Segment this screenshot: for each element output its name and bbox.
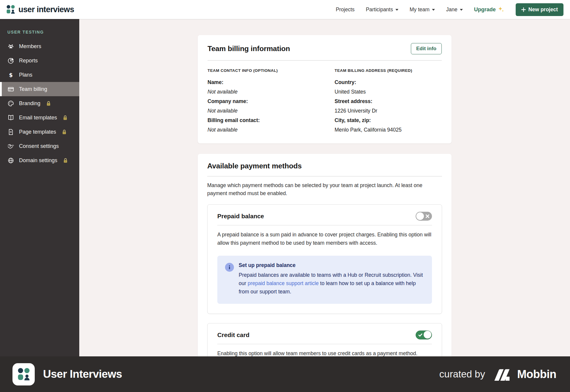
prepaid-balance-card: Prepaid balance A prepaid balance is a s… (207, 204, 442, 314)
members-icon (7, 43, 14, 50)
book-icon (7, 114, 14, 121)
credit-card-toggle[interactable] (416, 331, 432, 339)
payment-methods-card: Available payment methods Manage which p… (198, 154, 452, 356)
plus-icon (521, 7, 526, 12)
page-icon (7, 129, 14, 135)
prepaid-balance-toggle[interactable] (416, 212, 432, 221)
edit-info-button[interactable]: Edit info (411, 43, 442, 54)
divider (217, 344, 432, 344)
team-billing-info-card: Team billing information Edit info TEAM … (198, 35, 452, 143)
field-label: Name: (208, 78, 335, 87)
mobbin-label: Mobbin (517, 368, 556, 381)
sidebar-item-branding[interactable]: Branding (0, 96, 79, 110)
field-value: Not available (208, 87, 335, 97)
field-label: Country: (335, 78, 442, 87)
brand[interactable]: user interviews (6, 5, 74, 14)
dollar-icon: $ (7, 72, 14, 78)
info-icon (225, 263, 234, 272)
mobbin-logo-icon (494, 368, 512, 381)
top-navbar: user interviews Projects Participants My… (0, 0, 570, 19)
handshake-icon (7, 143, 14, 150)
sidebar-item-email-templates[interactable]: Email templates (0, 110, 79, 125)
chevron-down-icon (460, 9, 463, 11)
team-contact-info-column: TEAM CONTACT INFO (OPTIONAL) Name: Not a… (208, 68, 335, 135)
toggle-knob (424, 331, 431, 339)
svg-text:$: $ (9, 72, 13, 78)
field-label: Billing email contact: (208, 116, 335, 125)
chevron-down-icon (432, 9, 435, 11)
sidebar-item-team-billing[interactable]: Team billing (0, 82, 79, 96)
field-label: City, state, zip: (335, 116, 442, 125)
prepaid-info-callout: Set up prepaid balance Prepaid balances … (217, 256, 432, 304)
main-content: Team billing information Edit info TEAM … (79, 19, 570, 356)
toggle-knob (416, 212, 424, 220)
billing-address-heading: TEAM BILLING ADDRESS (REQUIRED) (335, 68, 442, 73)
field-value: United States (335, 87, 442, 97)
chevron-down-icon (395, 9, 398, 11)
palette-icon (7, 100, 14, 107)
sidebar-item-members[interactable]: Members (0, 39, 79, 53)
brand-name: user interviews (18, 5, 74, 14)
footer-brand: User Interviews (12, 363, 122, 385)
prepaid-balance-description: A prepaid balance is a sum paid in advan… (217, 231, 432, 247)
lock-icon (61, 129, 67, 135)
top-nav-links: Projects Participants My team Jane Upgra… (336, 3, 563, 16)
nav-user-menu[interactable]: Jane (446, 7, 463, 13)
new-project-button[interactable]: New project (516, 3, 563, 16)
nav-projects[interactable]: Projects (336, 7, 354, 13)
sparkles-icon (498, 6, 504, 13)
curated-by-label: curated by (439, 369, 485, 380)
sidebar-item-domain-settings[interactable]: Domain settings (0, 153, 79, 167)
divider (217, 225, 432, 225)
content-row: USER TESTING Members (0, 19, 570, 356)
page-footer: User Interviews curated by Mobbin (0, 356, 570, 392)
prepaid-info-title: Set up prepaid balance (239, 262, 424, 268)
globe-icon (7, 157, 14, 164)
settings-sidebar: USER TESTING Members (0, 19, 79, 356)
curated-by-block: curated by Mobbin (439, 368, 556, 381)
mobbin-brand: Mobbin (494, 368, 556, 381)
field-label: Company name: (208, 97, 335, 106)
payment-methods-description: Manage which payment methods can be sele… (207, 181, 442, 197)
app-window: user interviews Projects Participants My… (0, 0, 570, 392)
prepaid-support-article-link[interactable]: prepaid balance support article (248, 280, 319, 286)
team-billing-address-column: TEAM BILLING ADDRESS (REQUIRED) Country:… (335, 68, 442, 135)
contact-info-heading: TEAM CONTACT INFO (OPTIONAL) (208, 68, 335, 73)
nav-participants[interactable]: Participants (366, 7, 398, 13)
prepaid-info-text: Prepaid balances are available to teams … (239, 271, 424, 296)
field-value: 1226 University Dr (335, 106, 442, 116)
sidebar-item-plans[interactable]: $ Plans (0, 68, 79, 82)
sidebar-item-consent-settings[interactable]: Consent settings (0, 139, 79, 153)
sidebar-item-page-templates[interactable]: Page templates (0, 125, 79, 139)
field-value: Menlo Park, California 94025 (335, 125, 442, 135)
lock-icon (62, 115, 68, 121)
lock-icon (46, 101, 51, 106)
sidebar-item-reports[interactable]: Reports (0, 53, 79, 68)
x-icon (425, 214, 430, 218)
prepaid-balance-title: Prepaid balance (217, 213, 264, 220)
divider (207, 176, 442, 176)
user-interviews-logo-icon (17, 367, 31, 381)
user-interviews-footer-logo (12, 363, 35, 385)
lock-icon (63, 158, 68, 163)
upgrade-link[interactable]: Upgrade (474, 6, 504, 13)
nav-my-team[interactable]: My team (410, 7, 435, 13)
credit-card-description: Enabling this option will allow team mem… (217, 350, 432, 356)
footer-brand-name: User Interviews (43, 368, 122, 380)
payment-methods-title: Available payment methods (207, 162, 442, 170)
credit-card-icon (7, 86, 14, 93)
credit-card-card: Credit card Enabling this option will al… (207, 323, 442, 356)
credit-card-title: Credit card (217, 331, 249, 339)
field-label: Street address: (335, 97, 442, 106)
billing-info-title: Team billing information (208, 45, 290, 53)
field-value: Not available (208, 106, 335, 116)
prepaid-info-content: Set up prepaid balance Prepaid balances … (239, 262, 424, 296)
field-value: Not available (208, 125, 335, 135)
sidebar-section-label: USER TESTING (7, 30, 79, 34)
check-icon (418, 333, 422, 337)
user-interviews-logo-icon (6, 5, 15, 14)
pie-chart-icon (7, 57, 14, 64)
